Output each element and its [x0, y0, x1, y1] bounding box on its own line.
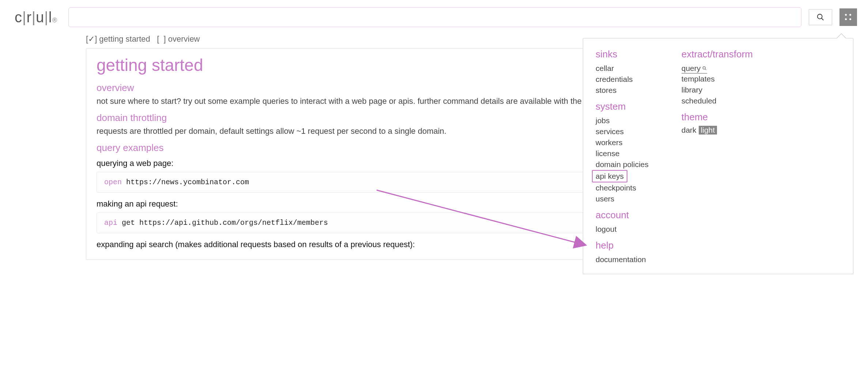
dd-item-workers[interactable]: workers [596, 137, 649, 148]
dd-item-credentials[interactable]: credentials [596, 74, 649, 85]
dd-item-scheduled[interactable]: scheduled [682, 95, 753, 106]
dd-item-users[interactable]: users [596, 193, 649, 204]
dd-item-library[interactable]: library [682, 84, 753, 95]
dropdown-col-2: extract/transform query templates librar… [682, 49, 753, 265]
tab-overview[interactable]: [ ] overview [157, 34, 200, 44]
dropdown-col-1: sinks cellar credentials stores system j… [596, 49, 649, 265]
dd-heading-system: system [596, 101, 649, 112]
dd-heading-help: help [596, 240, 649, 251]
dd-item-services[interactable]: services [596, 126, 649, 137]
dd-item-logout[interactable]: logout [596, 224, 649, 235]
dd-item-license[interactable]: license [596, 148, 649, 159]
grid-icon [845, 14, 852, 20]
search-icon [702, 66, 707, 71]
app-header: c|r|u|l® [0, 0, 868, 34]
theme-toggle[interactable]: dark light [682, 126, 753, 135]
logo: c|r|u|l® [15, 9, 61, 26]
dd-item-stores[interactable]: stores [596, 85, 649, 96]
dd-heading-account: account [596, 209, 649, 221]
search-icon [816, 13, 824, 21]
dd-item-domain-policies[interactable]: domain policies [596, 159, 649, 170]
dd-item-jobs[interactable]: jobs [596, 115, 649, 126]
theme-dark[interactable]: dark [682, 126, 697, 135]
dd-item-query[interactable]: query [682, 63, 707, 73]
query-input[interactable] [68, 7, 801, 27]
dd-item-api-keys[interactable]: api keys [592, 170, 627, 182]
dd-item-checkpoints[interactable]: checkpoints [596, 182, 649, 193]
dd-item-templates[interactable]: templates [682, 73, 753, 84]
search-button[interactable] [809, 9, 832, 25]
dd-item-cellar[interactable]: cellar [596, 63, 649, 74]
dd-heading-theme: theme [682, 111, 753, 123]
svg-line-3 [705, 69, 706, 70]
menu-button[interactable] [839, 8, 857, 26]
tab-getting-started[interactable]: [✓] getting started [86, 34, 150, 44]
svg-line-1 [822, 18, 824, 20]
dd-heading-extract: extract/transform [682, 49, 753, 60]
svg-point-0 [818, 14, 822, 19]
main-menu-dropdown: sinks cellar credentials stores system j… [583, 38, 853, 274]
dd-item-documentation[interactable]: documentation [596, 254, 649, 265]
theme-light[interactable]: light [699, 126, 717, 135]
dd-heading-sinks: sinks [596, 49, 649, 60]
